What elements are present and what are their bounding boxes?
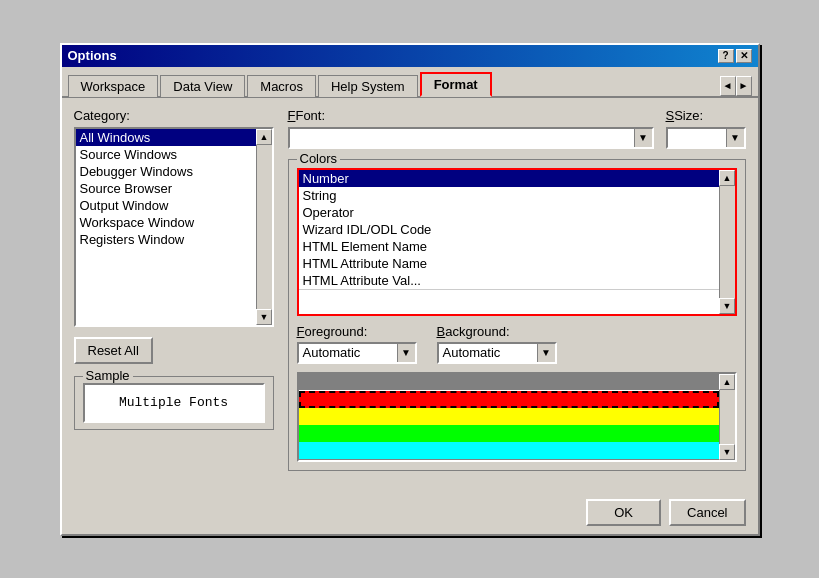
dialog-title: Options (68, 48, 117, 63)
swatches-scroll-up[interactable]: ▲ (719, 374, 735, 390)
tab-helpsystem[interactable]: Help System (318, 75, 418, 97)
swatch-yellow[interactable] (299, 408, 719, 425)
swatch-cyan[interactable] (299, 442, 719, 459)
reset-all-button[interactable]: Reset All (74, 337, 153, 364)
title-bar-buttons: ? ✕ (718, 49, 752, 63)
colors-list-item[interactable]: String (299, 187, 719, 204)
swatches-list (299, 374, 719, 460)
foreground-label: Foreground: (297, 324, 417, 339)
bottom-row: OK Cancel (62, 493, 758, 534)
swatch-red-selected[interactable] (299, 391, 719, 408)
colors-group: Colors Number String Operator Wi (288, 159, 746, 471)
sample-group-label: Sample (83, 368, 133, 383)
category-listbox: All Windows Source Windows Debugger Wind… (76, 129, 256, 325)
tab-scroll: ◄ ► (720, 76, 752, 96)
colors-scroll-down[interactable]: ▼ (719, 298, 735, 314)
colors-list-item[interactable]: HTML Attribute Name (299, 255, 719, 272)
colors-group-label: Colors (297, 151, 341, 166)
color-swatches-container: ▲ ▼ (297, 372, 737, 462)
help-title-btn[interactable]: ? (718, 49, 734, 63)
scroll-up-btn[interactable]: ▲ (256, 129, 272, 145)
title-bar: Options ? ✕ (62, 45, 758, 67)
right-panel: FFont: ▼ SSize: ▼ (288, 108, 746, 481)
colors-listbox-wrapper: Number String Operator Wizard IDL/ODL Co… (297, 168, 737, 316)
size-dropdown[interactable]: ▼ (666, 127, 746, 149)
tab-workspace[interactable]: Workspace (68, 75, 159, 97)
tab-dataview[interactable]: Data View (160, 75, 245, 97)
background-label: Background: (437, 324, 557, 339)
tab-macros[interactable]: Macros (247, 75, 316, 97)
colors-scrollbar: ▲ ▼ (719, 170, 735, 314)
tab-format[interactable]: Format (420, 72, 492, 97)
colors-list: Number String Operator Wizard IDL/ODL Co… (299, 170, 719, 314)
background-section: Background: Automatic ▼ (437, 324, 557, 364)
size-dropdown-arrow[interactable]: ▼ (726, 129, 744, 147)
font-dropdown-arrow[interactable]: ▼ (634, 129, 652, 147)
category-label: Category: (74, 108, 274, 123)
listbox-scrollbar: ▲ ▼ (256, 129, 272, 325)
font-size-row: FFont: ▼ SSize: ▼ (288, 108, 746, 149)
list-item[interactable]: Output Window (76, 197, 256, 214)
size-section: SSize: ▼ (666, 108, 746, 149)
bg-dropdown-arrow[interactable]: ▼ (537, 344, 555, 362)
list-item[interactable]: Source Windows (76, 146, 256, 163)
sample-group: Sample Multiple Fonts (74, 376, 274, 430)
colors-list-item[interactable]: HTML Element Name (299, 238, 719, 255)
background-dropdown[interactable]: Automatic ▼ (437, 342, 557, 364)
tabs-row: Workspace Data View Macros Help System F… (62, 67, 758, 98)
foreground-section: Foreground: Automatic ▼ (297, 324, 417, 364)
colors-list-item[interactable]: Wizard IDL/ODL Code (299, 221, 719, 238)
list-item[interactable]: Debugger Windows (76, 163, 256, 180)
colors-scroll-up[interactable]: ▲ (719, 170, 735, 186)
sample-box: Multiple Fonts (83, 383, 265, 423)
colors-list-item[interactable]: HTML Attribute Val... (299, 272, 719, 290)
list-item[interactable]: All Windows (76, 129, 256, 146)
left-panel: Category: All Windows Source Windows Deb… (74, 108, 274, 481)
options-dialog: Options ? ✕ Workspace Data View Macros H… (60, 43, 760, 536)
size-label: SSize: (666, 108, 746, 123)
list-item[interactable]: Source Browser (76, 180, 256, 197)
background-value: Automatic (439, 345, 537, 360)
fg-dropdown-arrow[interactable]: ▼ (397, 344, 415, 362)
tab-scroll-left[interactable]: ◄ (720, 76, 736, 96)
list-item[interactable]: Workspace Window (76, 214, 256, 231)
list-item[interactable]: Registers Window (76, 231, 256, 248)
swatches-scroll-down[interactable]: ▼ (719, 444, 735, 460)
foreground-value: Automatic (299, 345, 397, 360)
font-dropdown[interactable]: ▼ (288, 127, 654, 149)
font-section: FFont: ▼ (288, 108, 654, 149)
swatch-gray[interactable] (299, 374, 719, 391)
swatches-scrollbar: ▲ ▼ (719, 374, 735, 460)
colors-list-item[interactable]: Number (299, 170, 719, 187)
colors-list-item[interactable]: Operator (299, 204, 719, 221)
font-label: FFont: (288, 108, 654, 123)
ok-button[interactable]: OK (586, 499, 661, 526)
close-title-btn[interactable]: ✕ (736, 49, 752, 63)
dialog-body: Category: All Windows Source Windows Deb… (62, 98, 758, 493)
tab-scroll-right[interactable]: ► (736, 76, 752, 96)
foreground-dropdown[interactable]: Automatic ▼ (297, 342, 417, 364)
scroll-down-btn[interactable]: ▼ (256, 309, 272, 325)
fg-bg-row: Foreground: Automatic ▼ Background: Auto… (297, 324, 737, 364)
swatch-green[interactable] (299, 425, 719, 442)
cancel-button[interactable]: Cancel (669, 499, 745, 526)
